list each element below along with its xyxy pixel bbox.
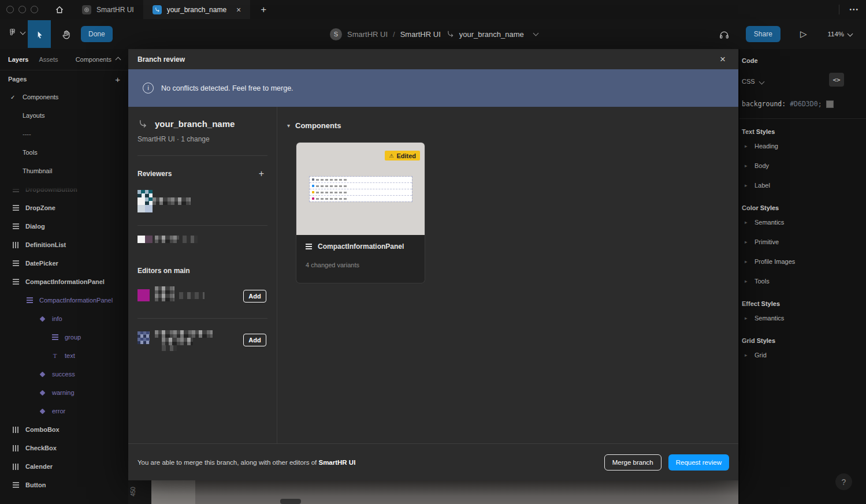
page-item-components[interactable]: ✓ Components <box>0 88 128 106</box>
page-item-thumbnail[interactable]: Thumbnail <box>0 162 128 180</box>
layer-dialog[interactable]: Dialog <box>0 217 128 236</box>
style-item-body[interactable]: ▸Body <box>739 156 866 176</box>
move-tool-button[interactable] <box>28 20 51 48</box>
tab-your-branch-name[interactable]: your_branch_name × <box>143 0 251 19</box>
main-menu-button[interactable] <box>5 27 28 37</box>
footer-file-name: SmartHR UI <box>318 459 355 466</box>
window-close-icon[interactable] <box>6 6 14 13</box>
right-sidebar: Code CSS <> background: #D6D3D0; Text St… <box>739 49 866 504</box>
caret-right-icon[interactable]: ▸ <box>745 219 755 225</box>
style-item-label[interactable]: ▸Label <box>739 176 866 195</box>
caret-right-icon[interactable]: ▸ <box>745 239 755 245</box>
figma-file-icon <box>82 5 91 14</box>
style-item-primitive[interactable]: ▸Primitive <box>739 232 866 252</box>
editor-row: Add <box>137 286 267 306</box>
style-item-grid[interactable]: ▸Grid <box>739 345 866 365</box>
changed-component-card[interactable]: ⚠ Edited CompactInformationPanel 4 chang… <box>296 143 425 283</box>
caret-right-icon[interactable]: ▸ <box>745 315 755 321</box>
breadcrumb-team[interactable]: SmartHR UI <box>347 30 388 39</box>
caret-right-icon[interactable]: ▸ <box>745 182 755 188</box>
tab-assets[interactable]: Assets <box>39 56 58 63</box>
layer-definitionlist[interactable]: DefinitionList <box>0 236 128 254</box>
layer-dropzone[interactable]: DropZone <box>0 199 128 217</box>
style-item-heading[interactable]: ▸Heading <box>739 136 866 156</box>
layer-group[interactable]: group <box>0 328 128 346</box>
audio-button[interactable] <box>715 28 733 40</box>
share-button[interactable]: Share <box>746 26 780 42</box>
close-icon[interactable]: × <box>716 54 729 65</box>
mode-selector[interactable]: Components <box>76 56 120 63</box>
layer-error[interactable]: error <box>0 402 128 420</box>
headphones-icon <box>719 29 730 40</box>
layer-label: CompactInformationPanel <box>25 278 105 285</box>
layer-compactinformationpanel[interactable]: CompactInformationPanel <box>0 272 128 291</box>
layer-text[interactable]: Ttext <box>0 346 128 365</box>
caret-right-icon[interactable]: ▸ <box>745 163 755 169</box>
breadcrumb-file[interactable]: SmartHR UI <box>400 30 441 39</box>
new-tab-button[interactable]: + <box>257 3 270 16</box>
tab-label: SmartHR UI <box>96 6 134 14</box>
window-minimize-icon[interactable] <box>18 6 26 13</box>
scrollbar-handle[interactable] <box>280 499 301 504</box>
style-item-tools[interactable]: ▸Tools <box>739 271 866 291</box>
window-maximize-icon[interactable] <box>31 6 38 13</box>
components-section-toggle[interactable]: ▾ Components <box>287 121 738 130</box>
add-page-button[interactable]: + <box>115 74 120 84</box>
tab-layers[interactable]: Layers <box>8 56 28 63</box>
hand-tool-button[interactable] <box>54 20 77 48</box>
canvas[interactable]: 450 <box>128 480 738 504</box>
code-view-toggle[interactable]: <> <box>829 73 844 87</box>
branch-review-modal: Branch review × i No conflicts detected.… <box>128 49 738 480</box>
caret-right-icon[interactable]: ▸ <box>745 143 755 149</box>
caret-right-icon[interactable]: ▸ <box>745 259 755 264</box>
pixel-block <box>145 205 153 212</box>
help-button[interactable]: ? <box>835 473 852 490</box>
layer-calender[interactable]: Calender <box>0 457 128 476</box>
layer-success[interactable]: success <box>0 365 128 383</box>
layer-info[interactable]: info <box>0 309 128 328</box>
chevron-down-icon[interactable] <box>759 79 764 84</box>
layer-compactinformationpanel-child[interactable]: CompactInformationPanel <box>0 291 128 309</box>
caret-right-icon[interactable]: ▸ <box>745 278 755 284</box>
code-language-select[interactable]: CSS <box>742 78 755 85</box>
layer-combobox[interactable]: ComboBox <box>0 420 128 439</box>
done-button[interactable]: Done <box>81 26 113 42</box>
breadcrumb-branch[interactable]: your_branch_name <box>459 30 524 39</box>
tab-label: your_branch_name <box>167 6 226 14</box>
style-item-semantics[interactable]: ▸Semantics <box>739 212 866 232</box>
layer-button[interactable]: Button <box>0 476 128 494</box>
card-meta: 4 changed variants <box>306 262 415 268</box>
card-name-row: CompactInformationPanel <box>306 242 415 251</box>
page-item-divider[interactable]: ---- <box>0 125 128 143</box>
request-review-button[interactable]: Request review <box>668 454 729 471</box>
variant-icon <box>312 191 314 193</box>
layer-warning[interactable]: warning <box>0 383 128 402</box>
tab-smarthr-ui[interactable]: SmartHR UI <box>73 0 143 19</box>
avatar[interactable]: S <box>330 28 342 40</box>
layer-checkbox[interactable]: CheckBox <box>0 439 128 457</box>
add-editor-button[interactable]: Add <box>243 290 266 303</box>
home-button[interactable] <box>51 0 68 19</box>
chevron-down-icon <box>848 31 853 36</box>
add-reviewer-button[interactable]: + <box>255 168 267 180</box>
editor-redacted <box>137 286 243 306</box>
page-item-tools[interactable]: Tools <box>0 143 128 162</box>
present-button[interactable]: ▷ <box>797 28 811 40</box>
style-item-effect-semantics[interactable]: ▸Semantics <box>739 308 866 328</box>
variant-row <box>310 177 412 183</box>
layer-datepicker[interactable]: DatePicker <box>0 254 128 272</box>
zoom-menu-button[interactable]: 114% <box>824 30 856 38</box>
chevron-down-icon[interactable] <box>533 31 538 36</box>
reviewers-title: Reviewers <box>137 170 172 178</box>
style-item-profile-images[interactable]: ▸Profile Images <box>739 252 866 271</box>
page-item-layouts[interactable]: Layouts <box>0 106 128 125</box>
window-controls[interactable] <box>0 6 47 13</box>
add-editor-button[interactable]: Add <box>243 334 266 346</box>
component-set-icon <box>12 281 20 282</box>
caret-right-icon[interactable]: ▸ <box>745 352 755 358</box>
component-set-icon <box>12 484 20 486</box>
close-tab-icon[interactable]: × <box>236 6 241 14</box>
color-swatch[interactable] <box>826 100 834 108</box>
more-menu-button[interactable]: ••• <box>846 0 863 19</box>
merge-branch-button[interactable]: Merge branch <box>604 454 661 471</box>
